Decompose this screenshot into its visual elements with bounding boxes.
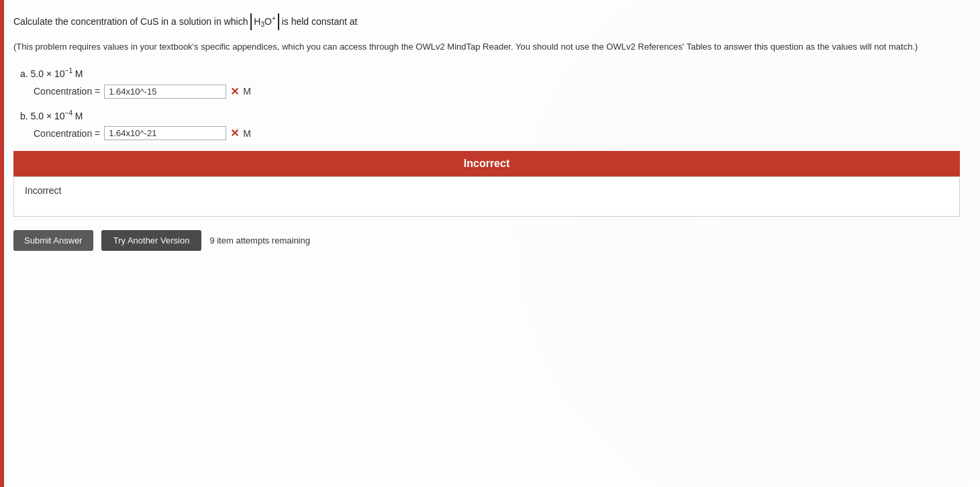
part-a-label: a. 5.0 × 10−1 M bbox=[20, 67, 960, 79]
submit-answer-button[interactable]: Submit Answer bbox=[13, 230, 93, 251]
question-header: Calculate the concentration of CuS in a … bbox=[13, 13, 960, 30]
part-b-incorrect-mark: ✕ bbox=[230, 127, 239, 140]
part-a-concentration-label: Concentration = bbox=[34, 86, 100, 97]
chemical-formula: H3O+ bbox=[250, 13, 279, 30]
page-container: Calculate the concentration of CuS in a … bbox=[0, 0, 980, 487]
incorrect-detail-box: Incorrect bbox=[13, 176, 960, 217]
incorrect-banner: Incorrect bbox=[13, 151, 960, 176]
incorrect-banner-text: Incorrect bbox=[464, 158, 509, 169]
buttons-row: Submit Answer Try Another Version 9 item… bbox=[13, 230, 960, 251]
part-a-incorrect-mark: ✕ bbox=[230, 85, 239, 98]
part-a-concentration-row: Concentration = ✕ M bbox=[34, 85, 960, 99]
part-a-unit: M bbox=[243, 86, 251, 97]
incorrect-detail-text: Incorrect bbox=[25, 185, 61, 196]
attempts-remaining-text: 9 item attempts remaining bbox=[209, 235, 310, 246]
part-a-concentration-input[interactable] bbox=[104, 85, 226, 99]
part-b-unit: M bbox=[243, 128, 251, 139]
try-another-version-button[interactable]: Try Another Version bbox=[101, 230, 202, 251]
part-b-concentration-label: Concentration = bbox=[34, 128, 100, 139]
note-text: (This problem requires values in your te… bbox=[13, 40, 960, 54]
part-b-label: b. 5.0 × 10−4 M bbox=[20, 109, 960, 121]
question-text: Calculate the concentration of CuS in a … bbox=[13, 16, 358, 27]
part-b-concentration-input[interactable] bbox=[104, 126, 226, 140]
part-b-concentration-row: Concentration = ✕ M bbox=[34, 126, 960, 140]
